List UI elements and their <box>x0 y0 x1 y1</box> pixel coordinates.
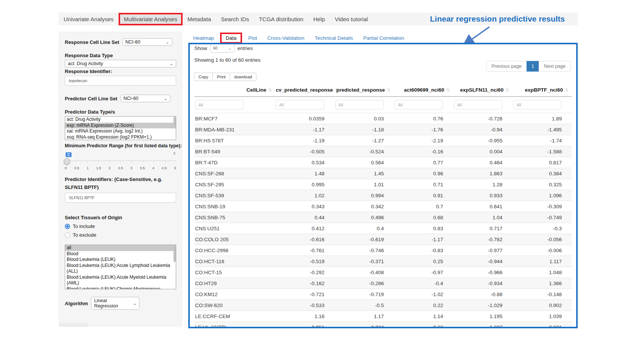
nav-item[interactable]: Search IDs <box>216 14 254 25</box>
table-row: CO:SW-620 -0.533 -0.5 0.22 -1.029 0.902 <box>194 300 572 311</box>
cv-predicted-response-cell: -0.761 <box>275 245 335 256</box>
tab[interactable]: Partial Correlation <box>363 35 404 41</box>
entries-per-page-select[interactable]: 60 ⌄ <box>210 44 234 53</box>
sort-icon[interactable]: ⇅ <box>565 87 569 93</box>
predictor-cell-line-set-select[interactable]: NCI-60 ⌄ <box>120 95 170 102</box>
min-predictor-range-label: Minimum Predictor Range (for first liste… <box>65 143 176 148</box>
cell-line-cell: LE:CCRF-CEM <box>194 311 275 322</box>
act609699-cell: -2.19 <box>394 135 453 146</box>
tab[interactable]: Data <box>220 33 242 44</box>
cell-line-cell: CNS:SNB-19 <box>194 201 275 212</box>
expbptf-cell: -0.056 <box>512 234 572 245</box>
scrollbar-thumb[interactable] <box>174 117 176 126</box>
listbox-option[interactable]: Blood:Leukemia (LEUK):Chronic Myelogenou… <box>65 286 176 290</box>
current-page-button[interactable]: 1 <box>527 61 539 72</box>
predicted-response-cell: 0.934 <box>335 322 394 329</box>
response-cell-line-set-select[interactable]: NCI-60 ⌄ <box>122 38 172 46</box>
column-filter-input[interactable] <box>276 100 324 109</box>
sort-icon[interactable]: ⇅ <box>505 87 509 93</box>
expbptf-cell: -1.74 <box>512 135 572 146</box>
listbox-option[interactable]: Blood <box>65 251 176 257</box>
next-page-button[interactable]: Next page <box>539 61 571 72</box>
listbox-option[interactable]: Blood:Leukemia (LEUK):Acute Myeloid Leuk… <box>65 275 176 286</box>
sort-icon[interactable]: ⇅ <box>268 87 272 93</box>
table-row: BR:MCF7 0.0359 0.03 0.76 -0.726 1.89 <box>194 113 572 124</box>
act609699-cell: -1.17 <box>394 234 453 245</box>
clipped-element <box>59 323 88 327</box>
table-row: CO:HCT-15 -0.292 -0.408 -0.97 -0.966 1.0… <box>194 267 572 278</box>
nav-item[interactable]: Metadata <box>183 14 216 25</box>
predicted-response-cell: 0.564 <box>335 157 394 168</box>
column-header[interactable]: expSLFN11_nci60 ⇅ <box>453 85 513 97</box>
algorithm-select[interactable]: Linear Regression ⌄ <box>91 297 139 310</box>
listbox-option[interactable]: Blood:Leukemia (LEUK):Acute Lymphoid Leu… <box>65 263 176 275</box>
cell-line-cell: CO:HT29 <box>194 278 275 289</box>
column-filter-input[interactable] <box>513 100 561 109</box>
cv-predicted-response-cell: 0.951 <box>275 322 335 329</box>
predicted-response-cell: -0.371 <box>335 256 394 267</box>
predictor-data-types-label: Predictor Data Type/s <box>65 109 176 115</box>
radio-option[interactable]: To exclude <box>65 232 176 238</box>
column-header[interactable]: CellLine ⇅ <box>194 85 275 97</box>
column-filter-cell <box>194 97 275 113</box>
data-panel: Show 60 ⌄ entries Showing 1 to 60 of 60 … <box>188 43 578 328</box>
slider-handle[interactable] <box>64 158 70 165</box>
tick-label: 2 <box>108 166 110 170</box>
tab[interactable]: Cross-Validation <box>267 35 305 41</box>
nav-item[interactable]: Univariate Analyses <box>59 14 119 25</box>
listbox-option[interactable]: xai: mRNA Expression (Avg. log2 Int.) <box>65 128 176 134</box>
nav-item[interactable]: TCGA distribution <box>254 14 308 25</box>
act609699-cell: 0.76 <box>394 113 453 124</box>
export-button[interactable]: Print <box>213 73 230 81</box>
table-row: LE:HL-60(TB) 0.951 0.934 0.68 1.307 0.03… <box>194 322 572 329</box>
tissue-listbox[interactable]: all Blood Blood:Leukemia (LEUK) Blood:Le… <box>65 245 176 289</box>
act609699-cell: 1.14 <box>394 311 453 322</box>
scrollbar-thumb[interactable] <box>174 245 176 262</box>
nav-item[interactable]: Video tutorial <box>330 14 373 25</box>
nav-item[interactable]: Help <box>308 14 330 25</box>
expbptf-cell: 1.096 <box>512 190 572 201</box>
response-data-type-select[interactable]: act: Drug Activity ⌄ <box>65 60 176 67</box>
slider-track[interactable] <box>65 161 176 163</box>
listbox-option[interactable]: Blood:Leukemia (LEUK) <box>65 257 176 263</box>
cv-predicted-response-cell: -0.533 <box>275 300 335 311</box>
sort-icon[interactable]: ⇅ <box>446 87 450 93</box>
listbox-option[interactable]: act: Drug Activity <box>65 117 176 123</box>
expslfn11-cell: -0.977 <box>453 245 513 256</box>
cv-predicted-response-cell: 0.0359 <box>275 113 335 124</box>
export-button[interactable]: Copy <box>194 73 213 81</box>
expbptf-cell: -1.588 <box>512 146 572 157</box>
listbox-option[interactable]: xsq: RNA-seq Expression (log2 FPKM+1.) <box>65 134 176 140</box>
column-filter-input[interactable] <box>394 100 443 109</box>
column-header[interactable]: cv_predicted_response ⇅ <box>275 85 335 97</box>
tab[interactable]: Heatmap <box>193 35 214 41</box>
column-filter-input[interactable] <box>195 100 244 109</box>
response-identifier-input[interactable] <box>65 76 176 86</box>
column-filter-input[interactable] <box>335 100 384 109</box>
column-header[interactable]: expBPTF_nci60 ⇅ <box>512 85 572 97</box>
predicted-response-cell: 1.17 <box>335 311 394 322</box>
cell-line-cell: LE:HL-60(TB) <box>194 322 275 329</box>
sort-icon[interactable]: ⇅ <box>387 87 391 93</box>
listbox-option[interactable]: exp: mRNA Expression (Z-Score) <box>65 123 176 129</box>
slider-max-label: 5 <box>174 151 175 155</box>
radio-option[interactable]: To include <box>65 223 176 229</box>
column-header[interactable]: predicted_response ⇅ <box>335 85 394 97</box>
expslfn11-cell: 1.195 <box>453 311 513 322</box>
response-identifier-label: Response Identifier: <box>65 69 176 74</box>
previous-page-button[interactable]: Previous page <box>486 61 527 72</box>
tab[interactable]: Technical Details <box>315 35 353 41</box>
export-button[interactable]: download <box>230 73 256 81</box>
radio-icon <box>65 224 70 229</box>
column-filter-input[interactable] <box>454 100 502 109</box>
predictor-data-types-listbox[interactable]: act: Drug Activity exp: mRNA Expression … <box>65 116 176 140</box>
cell-line-cell: BR:BT-549 <box>194 146 275 157</box>
act609699-cell: -0.83 <box>394 245 453 256</box>
table-row: BR:T-47D 0.534 0.564 0.77 0.464 0.817 <box>194 157 572 168</box>
tab[interactable]: Plot <box>248 35 257 41</box>
predictor-identifiers-input[interactable] <box>65 193 176 203</box>
column-header[interactable]: act609699_nci60 ⇅ <box>394 85 453 97</box>
nav-item[interactable]: Multivariate Analyses <box>119 13 183 25</box>
act609699-cell: -1.76 <box>394 124 453 135</box>
listbox-option[interactable]: all <box>65 245 176 251</box>
